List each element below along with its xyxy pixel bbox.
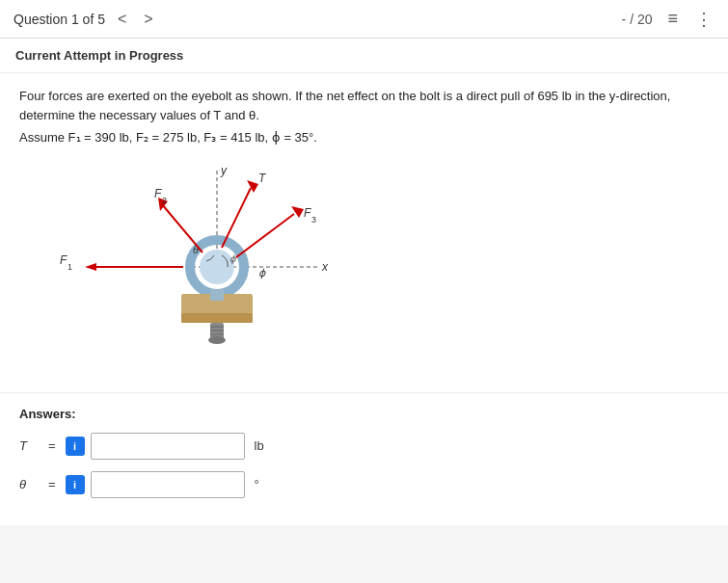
svg-text:ϕ: ϕ <box>258 267 266 279</box>
list-icon-button[interactable]: ≡ <box>665 7 680 31</box>
var-theta: θ <box>19 477 42 491</box>
question-label: Question 1 of 5 <box>13 12 105 27</box>
svg-text:T: T <box>258 172 267 185</box>
svg-text:F: F <box>60 253 67 267</box>
top-bar-right: - / 20 ≡ ⋮ <box>622 7 715 32</box>
svg-marker-17 <box>85 263 96 271</box>
answers-label: Answers: <box>19 407 709 421</box>
svg-point-14 <box>208 336 226 344</box>
attempt-banner: Current Attempt in Progress <box>0 39 728 73</box>
input-T[interactable] <box>91 433 245 460</box>
svg-text:2: 2 <box>162 196 167 205</box>
problem-section: Four forces are exerted on the eyebolt a… <box>0 73 728 393</box>
diagram-container: y x + <box>19 151 709 383</box>
diagram-svg: y x + <box>48 161 376 373</box>
svg-text:x: x <box>321 260 329 274</box>
svg-text:ϕ: ϕ <box>229 253 237 265</box>
svg-text:1: 1 <box>67 262 72 272</box>
svg-rect-15 <box>210 289 224 301</box>
svg-text:F: F <box>154 187 162 200</box>
svg-text:y: y <box>220 164 228 177</box>
unit-T: lb <box>255 438 264 453</box>
problem-text-2: Assume F₁ = 390 lb, F₂ = 275 lb, F₃ = 41… <box>19 128 709 147</box>
answer-row-theta: θ = i ° <box>19 471 709 498</box>
info-icon-theta[interactable]: i <box>66 475 85 494</box>
answers-section: Answers: T = i lb θ = i ° <box>0 393 728 525</box>
svg-marker-30 <box>291 206 304 218</box>
more-icon-button[interactable]: ⋮ <box>693 7 715 32</box>
svg-text:F: F <box>304 206 311 220</box>
top-bar: Question 1 of 5 < > - / 20 ≡ ⋮ <box>0 0 728 39</box>
prev-button[interactable]: < <box>113 9 131 30</box>
svg-line-22 <box>162 204 202 252</box>
problem-text-1: Four forces are exerted on the eyebolt a… <box>19 87 709 124</box>
svg-rect-8 <box>181 313 253 323</box>
unit-theta: ° <box>255 477 259 491</box>
next-button[interactable]: > <box>139 9 157 30</box>
equals-theta: = <box>48 477 56 491</box>
input-theta[interactable] <box>91 471 245 498</box>
equals-T: = <box>48 438 56 453</box>
svg-line-26 <box>222 188 251 248</box>
answer-row-T: T = i lb <box>19 433 709 460</box>
score-label: - / 20 <box>622 12 653 27</box>
svg-line-29 <box>236 214 294 257</box>
info-icon-T[interactable]: i <box>66 437 85 456</box>
var-T: T <box>19 438 42 453</box>
svg-text:3: 3 <box>311 215 316 225</box>
main-content: Current Attempt in Progress Four forces … <box>0 39 728 525</box>
top-bar-left: Question 1 of 5 < > <box>13 9 158 30</box>
